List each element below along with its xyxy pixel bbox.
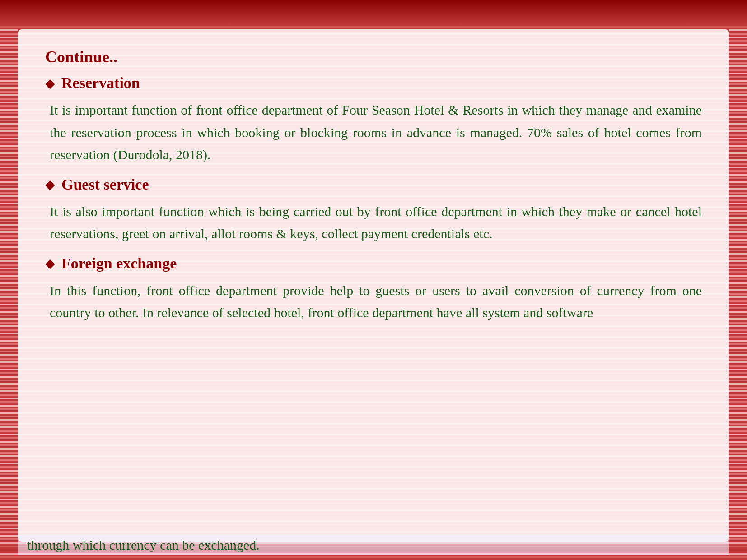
continue-heading: Continue.. [45,47,702,66]
reservation-title: Reservation [61,74,140,92]
reservation-body: It is important function of front office… [45,99,702,166]
right-stripe [729,29,747,542]
diamond-icon-guest: ◆ [45,177,55,192]
guest-service-heading: ◆ Guest service [45,176,702,193]
foreign-exchange-title: Foreign exchange [61,255,177,272]
guest-service-body: It is also important function which is b… [45,200,702,245]
guest-service-title: Guest service [61,176,149,193]
content-card: Continue.. ◆ Reservation It is important… [18,29,729,542]
top-bar [0,0,747,25]
foreign-exchange-body: In this function, front office departmen… [45,279,702,324]
diamond-icon-reservation: ◆ [45,76,55,91]
diamond-icon-foreign: ◆ [45,256,55,271]
bottom-continuation-text: through which currency can be exchanged. [18,535,729,555]
foreign-exchange-heading: ◆ Foreign exchange [45,255,702,272]
left-stripe [0,29,18,542]
reservation-heading: ◆ Reservation [45,74,702,92]
